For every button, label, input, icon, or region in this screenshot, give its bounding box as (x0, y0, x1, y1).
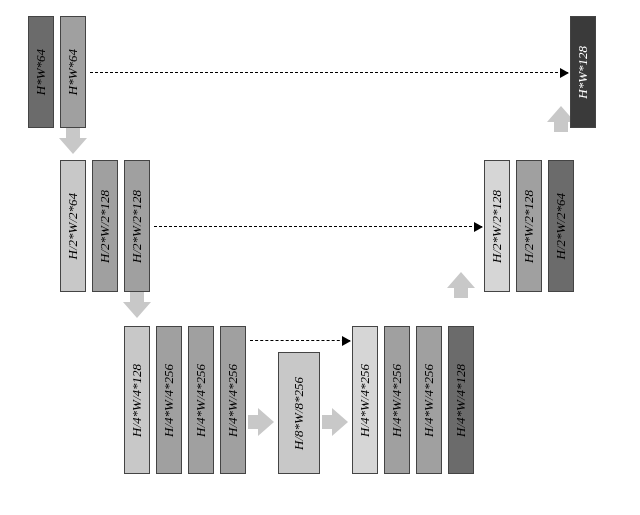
block-label: H/4*W/4*256 (357, 364, 373, 437)
block-label: H*W*64 (65, 49, 81, 95)
enc-l1-block-2: H/2*W/2*128 (124, 160, 150, 292)
arrow-head-icon (560, 68, 569, 78)
block-label: H/2*W/2*128 (129, 190, 145, 263)
arrow-head-icon (342, 336, 351, 346)
enc-l2-block-3: H/4*W/4*256 (220, 326, 246, 474)
enc-l2-block-2: H/4*W/4*256 (188, 326, 214, 474)
dec-l1-block-0: H/2*W/2*128 (484, 160, 510, 292)
dec-l2-block-3: H/4*W/4*128 (448, 326, 474, 474)
dec-l1-block-1: H/2*W/2*128 (516, 160, 542, 292)
enc-l1-block-0: H/2*W/2*64 (60, 160, 86, 292)
arrow-head-icon (474, 222, 483, 232)
block-label: H*W*128 (575, 46, 591, 99)
block-label: H/4*W/4*128 (129, 364, 145, 437)
enc-l2-block-1: H/4*W/4*256 (156, 326, 182, 474)
block-label: H/4*W/4*256 (225, 364, 241, 437)
block-label: H/4*W/4*256 (193, 364, 209, 437)
dec-l2-block-2: H/4*W/4*256 (416, 326, 442, 474)
block-label: H/8*W/8*256 (291, 377, 307, 450)
block-label: H/4*W/4*256 (161, 364, 177, 437)
bottleneck-block: H/8*W/8*256 (278, 352, 320, 474)
dec-l0-block-0: H*W*128 (570, 16, 596, 128)
block-label: H/4*W/4*256 (421, 364, 437, 437)
block-label: H/4*W/4*128 (453, 364, 469, 437)
block-label: H/2*W/2*64 (553, 193, 569, 259)
enc-l2-block-0: H/4*W/4*128 (124, 326, 150, 474)
block-label: H/2*W/2*128 (521, 190, 537, 263)
block-label: H*W*64 (33, 49, 49, 95)
enc-l0-block-1: H*W*64 (60, 16, 86, 128)
skip-dashed-l2 (250, 340, 350, 341)
dec-l2-block-1: H/4*W/4*256 (384, 326, 410, 474)
skip-dashed-l1 (154, 226, 482, 227)
skip-dashed-l0 (90, 72, 568, 73)
dec-l2-block-0: H/4*W/4*256 (352, 326, 378, 474)
block-label: H/2*W/2*128 (489, 190, 505, 263)
enc-l0-block-0: H*W*64 (28, 16, 54, 128)
enc-l1-block-1: H/2*W/2*128 (92, 160, 118, 292)
block-label: H/4*W/4*256 (389, 364, 405, 437)
block-label: H/2*W/2*64 (65, 193, 81, 259)
dec-l1-block-2: H/2*W/2*64 (548, 160, 574, 292)
block-label: H/2*W/2*128 (97, 190, 113, 263)
